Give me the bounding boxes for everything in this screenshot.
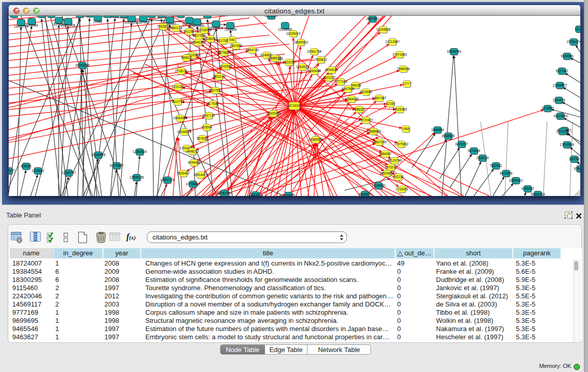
svg-text:16210643: 16210643	[553, 114, 568, 118]
svg-text:17975692: 17975692	[394, 142, 409, 146]
svg-text:2780277: 2780277	[9, 169, 15, 172]
svg-text:2935114: 2935114	[476, 156, 489, 160]
svg-text:9474444: 9474444	[468, 149, 481, 152]
svg-text:9084067: 9084067	[379, 152, 392, 156]
svg-text:7663822: 7663822	[157, 25, 170, 28]
svg-text:1244415: 1244415	[553, 98, 565, 102]
svg-text:20206555: 20206555	[91, 153, 106, 157]
svg-text:1964: 1964	[402, 127, 410, 130]
svg-text:4099488: 4099488	[188, 161, 201, 164]
svg-text:7955812: 7955812	[315, 58, 328, 61]
svg-text:10961768: 10961768	[307, 50, 322, 53]
svg-text:1562615: 1562615	[296, 65, 309, 69]
svg-text:2887682: 2887682	[366, 17, 379, 20]
svg-text:8813054: 8813054	[265, 16, 278, 17]
svg-text:1527602: 1527602	[137, 20, 150, 24]
svg-text:10795817: 10795817	[186, 182, 201, 186]
svg-text:1221330: 1221330	[172, 85, 185, 89]
svg-text:10973493: 10973493	[393, 53, 407, 56]
svg-text:11325419: 11325419	[286, 32, 300, 35]
svg-text:8471676: 8471676	[500, 171, 513, 175]
svg-text:835061: 835061	[20, 164, 32, 168]
svg-text:2803144: 2803144	[213, 75, 226, 78]
svg-text:6479197: 6479197	[455, 142, 468, 146]
svg-text:546: 546	[229, 38, 235, 41]
svg-text:12342757: 12342757	[61, 171, 76, 174]
svg-text:19384554: 19384554	[309, 138, 323, 141]
svg-text:10654112: 10654112	[509, 179, 523, 182]
svg-text:16648784: 16648784	[447, 50, 462, 53]
svg-text:9777169: 9777169	[335, 80, 347, 83]
svg-text:1610753: 1610753	[171, 100, 184, 103]
svg-text:10025453: 10025453	[393, 107, 407, 111]
svg-text:11122: 11122	[575, 27, 580, 31]
svg-text:17016504: 17016504	[560, 143, 575, 146]
svg-text:6764892: 6764892	[574, 167, 580, 170]
svg-text:1615132: 1615132	[385, 165, 398, 169]
svg-text:891295: 891295	[183, 30, 194, 33]
svg-text:12505135: 12505135	[129, 176, 144, 179]
svg-text:557833: 557833	[197, 137, 208, 140]
svg-text:19654935: 19654935	[173, 116, 188, 120]
svg-text:12213967: 12213967	[385, 40, 400, 43]
svg-text:5322037: 5322037	[283, 60, 296, 64]
svg-text:9099084: 9099084	[26, 24, 38, 27]
svg-text:17957225: 17957225	[160, 178, 175, 182]
svg-text:3267130: 3267130	[203, 114, 215, 117]
svg-text:26053346: 26053346	[75, 63, 90, 67]
svg-text:7485008: 7485008	[397, 67, 410, 71]
svg-text:9227342: 9227342	[556, 69, 569, 73]
svg-text:3624554: 3624554	[360, 90, 373, 94]
svg-text:1215682: 1215682	[32, 169, 45, 172]
svg-text:39375857: 39375857	[110, 164, 124, 167]
svg-text:7825402: 7825402	[177, 171, 190, 175]
svg-text:9127502: 9127502	[217, 39, 230, 42]
svg-text:417006: 417006	[207, 102, 219, 105]
svg-text:20364436: 20364436	[344, 97, 359, 101]
svg-text:253594: 253594	[201, 125, 212, 129]
svg-text:746266: 746266	[350, 83, 361, 87]
svg-text:12093872: 12093872	[553, 83, 568, 87]
svg-text:16543382: 16543382	[191, 40, 206, 44]
svg-text:6497568: 6497568	[342, 87, 355, 91]
svg-text:12777: 12777	[402, 82, 411, 85]
svg-text:36929216: 36929216	[531, 192, 546, 196]
svg-text:21065: 21065	[93, 20, 102, 24]
svg-text:5875685: 5875685	[218, 51, 231, 54]
svg-text:16640910: 16640910	[294, 40, 309, 44]
svg-text:16782759: 16782759	[217, 191, 232, 195]
svg-text:16154808: 16154808	[376, 28, 391, 31]
svg-text:9329966: 9329966	[561, 54, 574, 58]
svg-text:6064503: 6064503	[359, 192, 372, 196]
svg-text:20691406: 20691406	[61, 24, 76, 27]
svg-text:6794028: 6794028	[325, 68, 338, 72]
svg-text:3215955: 3215955	[541, 106, 554, 110]
svg-text:252234: 252234	[393, 175, 404, 179]
svg-text:9242848: 9242848	[220, 64, 232, 68]
svg-text:18524851: 18524851	[380, 171, 395, 175]
svg-text:18186323: 18186323	[203, 37, 218, 40]
svg-text:15751074: 15751074	[567, 40, 580, 43]
svg-text:989612: 989612	[181, 56, 192, 59]
svg-text:10807487: 10807487	[372, 96, 387, 100]
svg-text:8454749: 8454749	[246, 48, 259, 52]
svg-text:126753: 126753	[569, 157, 580, 161]
svg-text:18724007: 18724007	[287, 104, 302, 107]
svg-text:1733426: 1733426	[396, 187, 408, 191]
svg-text:8427552: 8427552	[209, 89, 222, 92]
svg-text:3170475: 3170475	[282, 193, 295, 196]
svg-text:19166825: 19166825	[177, 130, 192, 134]
svg-text:1621022: 1621022	[323, 76, 336, 79]
svg-text:1701276: 1701276	[556, 129, 569, 133]
svg-text:2718170: 2718170	[175, 69, 188, 73]
svg-text:15720407: 15720407	[359, 118, 374, 122]
svg-text:7632621: 7632621	[490, 164, 503, 167]
svg-text:8938928: 8938928	[442, 134, 455, 138]
svg-text:62160: 62160	[386, 102, 395, 105]
svg-text:7986322: 7986322	[353, 107, 366, 111]
svg-text:14136141: 14136141	[372, 184, 386, 187]
svg-text:12353924: 12353924	[133, 150, 147, 154]
svg-text:1498222: 1498222	[186, 149, 199, 153]
svg-text:25300203: 25300203	[266, 112, 281, 115]
svg-text:10688609: 10688609	[366, 129, 381, 133]
